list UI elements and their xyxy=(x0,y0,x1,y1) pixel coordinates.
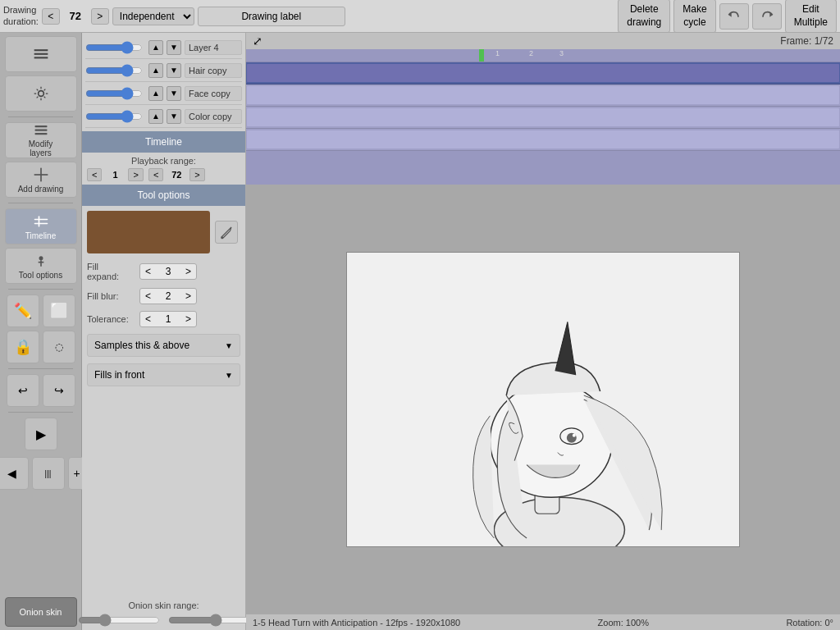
project-info: 1-5 Head Turn with Anticipation - 12fps … xyxy=(253,618,460,628)
tolerance-label: Tolerance: xyxy=(87,314,136,324)
facecopy-name[interactable]: Face copy xyxy=(185,86,242,101)
colorcopy-opacity-slider[interactable] xyxy=(85,110,143,123)
colorcopy-track[interactable] xyxy=(246,129,840,151)
facecopy-track[interactable] xyxy=(246,107,840,129)
layer4-opacity-slider[interactable] xyxy=(85,41,143,54)
colorcopy-name[interactable]: Color copy xyxy=(185,109,242,124)
edit-multiple-btn[interactable]: Edit Multiple xyxy=(785,0,837,33)
make-cycle-btn[interactable]: Make cycle xyxy=(673,0,715,33)
hamburger-menu-btn[interactable] xyxy=(5,36,77,72)
lasso-btn[interactable]: ◌ xyxy=(43,331,75,363)
settings-btn[interactable] xyxy=(5,75,77,112)
color-swatch-row xyxy=(82,206,245,258)
onion-skin-btn[interactable]: Onion skin xyxy=(5,597,77,627)
mode-select[interactable]: Independent Linked xyxy=(112,7,194,25)
haircopy-up-btn[interactable]: ▲ xyxy=(148,63,163,78)
fill-expand-control: < 3 > xyxy=(139,263,197,280)
modify-layers-label: Modify layers xyxy=(29,139,52,158)
delete-drawing-btn[interactable]: Delete drawing xyxy=(618,0,670,33)
svg-rect-10 xyxy=(40,167,42,181)
duration-increase-btn[interactable]: > xyxy=(91,8,109,25)
colorcopy-down-btn[interactable]: ▼ xyxy=(167,109,181,124)
fills-dropdown-label: Fills in front xyxy=(94,369,144,381)
undo-icon-btn[interactable] xyxy=(719,3,749,30)
fill-expand-value: 3 xyxy=(156,266,180,277)
fill-blur-increase[interactable]: > xyxy=(180,289,196,304)
eraser-btn[interactable]: ⬜ xyxy=(43,294,75,327)
tool-options-btn[interactable]: Tool options xyxy=(5,248,77,284)
timeline-label: Timeline xyxy=(25,231,56,240)
haircopy-track[interactable] xyxy=(246,84,840,107)
playback-end-right[interactable]: > xyxy=(189,168,204,181)
expand-btn[interactable]: ⤢ xyxy=(253,34,262,48)
facecopy-up-btn[interactable]: ▲ xyxy=(148,86,163,101)
timeline-section-label[interactable]: Timeline xyxy=(82,131,245,153)
samples-dropdown[interactable]: Samples this & above ▼ xyxy=(87,334,240,357)
canvas-content: Level 1 ⑤ Joce xyxy=(346,252,740,547)
tolerance-decrease[interactable]: < xyxy=(140,312,156,326)
zoom-info: Zoom: 100% xyxy=(598,618,649,628)
duration-decrease-btn[interactable]: < xyxy=(42,8,60,25)
playback-section: Playback range: < 1 > < 72 > xyxy=(82,153,245,185)
fill-btn[interactable]: 🔒 xyxy=(7,331,39,363)
layer4-track[interactable] xyxy=(246,62,840,84)
undo-btn[interactable]: ↩ xyxy=(7,374,39,407)
fill-expand-increase[interactable]: > xyxy=(180,264,196,279)
tolerance-value: 1 xyxy=(156,313,180,325)
left-panel: Modify layers Add drawing Timeline Tool … xyxy=(0,33,82,630)
brush-btn[interactable]: ✏️ xyxy=(7,294,39,327)
svg-point-5 xyxy=(38,91,43,97)
haircopy-opacity-slider[interactable] xyxy=(85,64,143,77)
layer4-down-btn[interactable]: ▼ xyxy=(167,40,181,55)
redo-icon-btn[interactable] xyxy=(752,3,782,30)
haircopy-down-btn[interactable]: ▼ xyxy=(167,63,181,78)
layer-row: ▲ ▼ Face copy xyxy=(85,82,242,105)
play-btn[interactable]: ▶ xyxy=(25,418,57,450)
onion-end-slider[interactable] xyxy=(168,614,250,627)
fill-blur-value: 2 xyxy=(156,290,180,302)
playback-start-val: 1 xyxy=(103,170,126,180)
redo-btn[interactable]: ↪ xyxy=(43,374,75,407)
playback-start-right[interactable]: > xyxy=(128,168,143,181)
playback-end-left[interactable]: < xyxy=(148,168,163,181)
fills-dropdown-arrow: ▼ xyxy=(225,371,233,380)
canvas-drawing: Level 1 ⑤ Joce xyxy=(347,253,739,546)
layer4-name[interactable]: Layer 4 xyxy=(185,40,242,55)
add-drawing-label: Add drawing xyxy=(18,185,64,194)
timeline-header: ⤢ Frame: 1/72 1 2 3 xyxy=(246,33,840,185)
tolerance-increase[interactable]: > xyxy=(180,312,196,326)
colorcopy-up-btn[interactable]: ▲ xyxy=(148,109,163,124)
fill-blur-label: Fill blur: xyxy=(87,291,136,301)
onion-skin-section: Onion skin range: xyxy=(82,597,245,630)
fills-dropdown[interactable]: Fills in front ▼ xyxy=(87,363,240,386)
haircopy-name[interactable]: Hair copy xyxy=(185,63,242,78)
modify-layers-btn[interactable]: Modify layers xyxy=(5,122,77,158)
svg-rect-4 xyxy=(34,57,48,58)
svg-rect-12 xyxy=(34,222,48,224)
drawing-label-btn[interactable]: Drawing label xyxy=(198,7,345,26)
facecopy-opacity-slider[interactable] xyxy=(85,87,143,100)
eyedropper-btn[interactable] xyxy=(215,221,238,244)
drawing-duration-label: Drawing duration: xyxy=(3,5,39,26)
keyframe-btn[interactable]: ||| xyxy=(32,457,65,490)
frame-info: Frame: 1/72 xyxy=(780,35,833,47)
onion-start-slider[interactable] xyxy=(78,614,160,627)
svg-point-24 xyxy=(573,433,576,436)
add-drawing-btn[interactable]: Add drawing xyxy=(5,162,77,198)
svg-rect-2 xyxy=(34,49,48,51)
timeline-btn[interactable]: Timeline xyxy=(5,208,77,244)
facecopy-down-btn[interactable]: ▼ xyxy=(167,86,181,101)
onion-skin-label: Onion skin xyxy=(20,607,62,617)
color-swatch[interactable] xyxy=(87,211,210,253)
svg-rect-11 xyxy=(34,218,48,220)
layer4-up-btn[interactable]: ▲ xyxy=(148,40,163,55)
playback-start-left[interactable]: < xyxy=(87,168,102,181)
fill-expand-decrease[interactable]: < xyxy=(140,264,156,279)
playback-end-val: 72 xyxy=(165,170,188,180)
samples-dropdown-arrow: ▼ xyxy=(225,341,233,350)
svg-rect-7 xyxy=(34,130,47,131)
prev-frame-btn[interactable]: ◀ xyxy=(0,457,29,490)
tool-options-section-label[interactable]: Tool options xyxy=(82,185,245,206)
middle-panel: ▲ ▼ Layer 4 ▲ ▼ Hair copy ▲ ▼ Face c xyxy=(82,33,246,630)
fill-blur-decrease[interactable]: < xyxy=(140,289,156,304)
